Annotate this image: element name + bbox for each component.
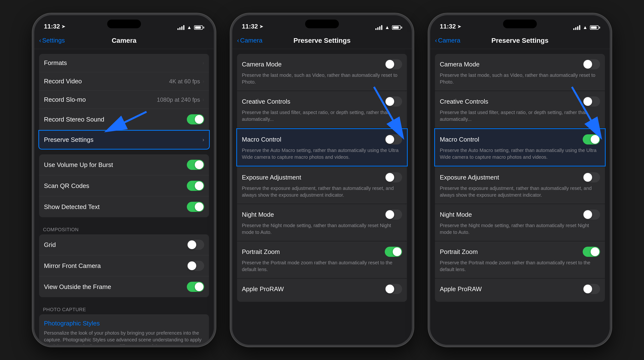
chevron-icon: ›: [202, 78, 204, 85]
phone-3: 11:32 ➤ ▲ ‹ Camera Preserve Settings: [428, 13, 612, 347]
toggle-apple-proraw-3[interactable]: [583, 284, 600, 294]
toggle-creative-controls-2[interactable]: [385, 96, 402, 107]
back-chevron-1: ‹: [39, 37, 41, 44]
toggle-exposure-3[interactable]: [583, 172, 600, 182]
back-button-3[interactable]: ‹ Camera: [435, 37, 460, 44]
preserve-camera-mode-3[interactable]: Camera Mode Preserve the last mode, such…: [435, 54, 605, 91]
battery-icon-2: [392, 25, 402, 30]
phone-frame-3: 11:32 ➤ ▲ ‹ Camera Preserve Settings: [428, 13, 612, 347]
section-header-composition: COMPOSITION: [34, 222, 214, 234]
settings-item-grid[interactable]: Grid: [39, 234, 209, 255]
status-time-1: 11:32 ➤: [44, 23, 65, 30]
toggle-mirror-front[interactable]: [187, 261, 204, 271]
phone-1: 11:32 ➤ ▲ ‹ Settings Camera: [32, 13, 216, 347]
settings-item-record-video[interactable]: Record Video 4K at 60 fps ›: [39, 72, 209, 91]
toggle-apple-proraw-2[interactable]: [385, 284, 402, 294]
preserve-exposure-3[interactable]: Exposure Adjustment Preserve the exposur…: [435, 167, 605, 204]
back-chevron-3: ‹: [435, 37, 437, 44]
settings-item-mirror-front[interactable]: Mirror Front Camera: [39, 255, 209, 276]
toggle-macro-control-3[interactable]: [583, 134, 600, 145]
back-chevron-2: ‹: [237, 37, 239, 44]
settings-item-volume-burst[interactable]: Use Volume Up for Burst: [39, 154, 209, 175]
chevron-icon: ›: [202, 97, 204, 103]
location-arrow-2: ➤: [260, 24, 263, 29]
toggle-creative-controls-3[interactable]: [583, 96, 600, 107]
nav-bar-2: ‹ Camera Preserve Settings: [232, 32, 412, 49]
preserve-exposure[interactable]: Exposure Adjustment Preserve the exposur…: [237, 167, 407, 204]
status-icons-3: ▲: [573, 25, 600, 30]
settings-item-preserve[interactable]: Preserve Settings ›: [38, 130, 210, 150]
status-icons-2: ▲: [375, 25, 402, 30]
preserve-night-mode-3[interactable]: Night Mode Preserve the Night mode setti…: [435, 204, 605, 241]
toggle-portrait-zoom-3[interactable]: [583, 247, 600, 257]
location-arrow-1: ➤: [62, 24, 65, 29]
toggle-night-mode-3[interactable]: [583, 209, 600, 220]
page-title-1: Camera: [112, 37, 136, 45]
signal-icon-1: [178, 25, 184, 30]
status-time-2: 11:32 ➤: [242, 23, 263, 30]
back-button-2[interactable]: ‹ Camera: [237, 37, 262, 44]
page-title-2: Preserve Settings: [294, 37, 351, 45]
signal-icon-2: [375, 25, 382, 30]
nav-bar-1: ‹ Settings Camera: [34, 32, 214, 49]
phone-frame-1: 11:32 ➤ ▲ ‹ Settings Camera: [32, 13, 216, 347]
content-3: Camera Mode Preserve the last mode, such…: [430, 49, 610, 345]
nav-bar-3: ‹ Camera Preserve Settings: [430, 32, 610, 49]
status-icons-1: ▲: [178, 25, 204, 30]
toggle-scan-qr[interactable]: [187, 181, 204, 191]
settings-group-composition: Grid Mirror Front Camera View Outside th…: [34, 234, 214, 297]
dynamic-island-2: [305, 20, 339, 28]
content-1: Formats › Record Video 4K at 60 fps › Re…: [34, 49, 214, 345]
status-time-3: 11:32 ➤: [440, 23, 461, 30]
content-2: Camera Mode Preserve the last mode, such…: [232, 49, 412, 345]
wifi-icon-3: ▲: [583, 25, 588, 30]
dynamic-island-3: [503, 20, 537, 28]
phone-2: 11:32 ➤ ▲ ‹ Camera Preserve Settings: [230, 13, 414, 347]
chevron-icon: ›: [202, 60, 204, 66]
settings-group-burst: Use Volume Up for Burst Scan QR Codes Sh…: [34, 154, 214, 217]
photo-styles-title: Photographic Styles: [44, 320, 204, 327]
settings-item-record-slomo[interactable]: Record Slo-mo 1080p at 240 fps ›: [39, 91, 209, 109]
signal-icon-3: [573, 25, 580, 30]
wifi-icon-2: ▲: [385, 25, 390, 30]
chevron-icon: ›: [202, 137, 204, 143]
toggle-grid[interactable]: [187, 240, 204, 250]
toggle-night-mode-2[interactable]: [385, 209, 402, 220]
toggle-portrait-zoom-2[interactable]: [385, 247, 402, 257]
settings-item-formats[interactable]: Formats ›: [39, 54, 209, 72]
preserve-creative-controls[interactable]: Creative Controls Preserve the last used…: [237, 91, 407, 128]
settings-item-photo-styles[interactable]: Photographic Styles Personalize the look…: [39, 314, 209, 345]
toggle-record-stereo[interactable]: [187, 114, 204, 124]
settings-group-formats: Formats › Record Video 4K at 60 fps › Re…: [34, 54, 214, 150]
dynamic-island-1: [107, 20, 141, 28]
location-arrow-3: ➤: [458, 24, 461, 29]
photo-styles-desc: Personalize the look of your photos by b…: [44, 329, 204, 345]
preserve-portrait-zoom[interactable]: Portrait Zoom Preserve the Portrait mode…: [237, 241, 407, 278]
toggle-exposure-2[interactable]: [385, 172, 402, 182]
preserve-macro-control[interactable]: Macro Control Preserve the Auto Macro se…: [236, 128, 408, 166]
toggle-camera-mode-2[interactable]: [385, 59, 402, 69]
section-header-photo-capture: PHOTO CAPTURE: [34, 302, 214, 314]
preserve-apple-proraw-3[interactable]: Apple ProRAW: [435, 279, 605, 302]
toggle-macro-control-2[interactable]: [385, 134, 402, 145]
preserve-creative-controls-3[interactable]: Creative Controls Preserve the last used…: [435, 91, 605, 128]
page-title-3: Preserve Settings: [492, 37, 549, 45]
preserve-portrait-zoom-3[interactable]: Portrait Zoom Preserve the Portrait mode…: [435, 241, 605, 278]
preserve-camera-mode[interactable]: Camera Mode Preserve the last mode, such…: [237, 54, 407, 91]
toggle-show-detected-text[interactable]: [187, 202, 204, 212]
battery-icon-1: [194, 25, 204, 30]
preserve-apple-proraw[interactable]: Apple ProRAW: [237, 279, 407, 302]
wifi-icon-1: ▲: [187, 25, 192, 30]
toggle-volume-burst[interactable]: [187, 160, 204, 170]
toggle-camera-mode-3[interactable]: [583, 59, 600, 69]
settings-item-scan-qr[interactable]: Scan QR Codes: [39, 175, 209, 196]
settings-item-record-stereo[interactable]: Record Stereo Sound: [39, 109, 209, 130]
preserve-macro-control-3[interactable]: Macro Control Preserve the Auto Macro se…: [434, 128, 606, 166]
phone-frame-2: 11:32 ➤ ▲ ‹ Camera Preserve Settings: [230, 13, 414, 347]
battery-icon-3: [590, 25, 600, 30]
settings-item-show-detected-text[interactable]: Show Detected Text: [39, 196, 209, 217]
preserve-night-mode[interactable]: Night Mode Preserve the Night mode setti…: [237, 204, 407, 241]
toggle-view-outside[interactable]: [187, 282, 204, 292]
back-button-1[interactable]: ‹ Settings: [39, 37, 65, 44]
settings-item-view-outside[interactable]: View Outside the Frame: [39, 276, 209, 297]
